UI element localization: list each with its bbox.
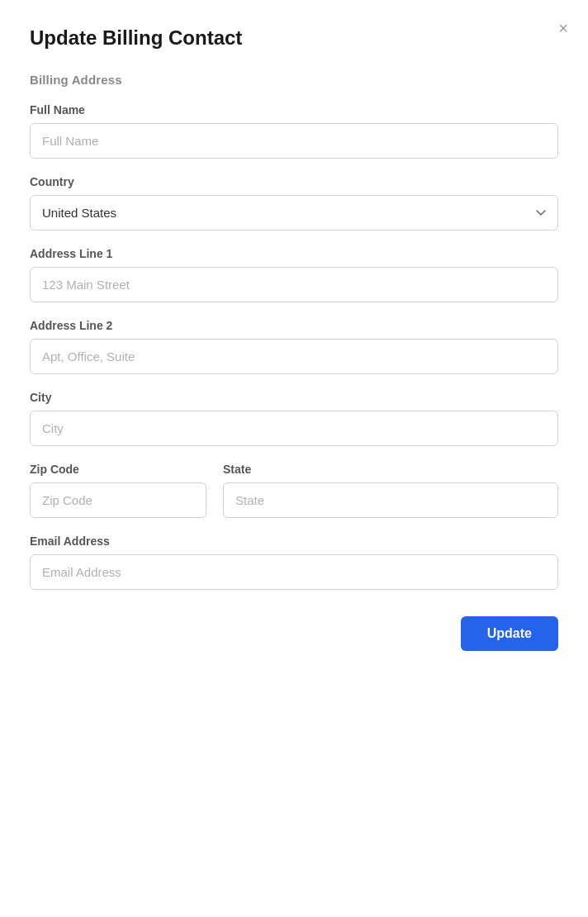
zip-state-row: Zip Code State [30,463,558,535]
email-label: Email Address [30,535,558,548]
city-group: City [30,391,558,446]
country-group: Country United States Canada United King… [30,175,558,230]
full-name-input[interactable] [30,123,558,159]
zip-code-input[interactable] [30,482,206,518]
country-label: Country [30,175,558,188]
full-name-group: Full Name [30,103,558,159]
address-line-2-input[interactable] [30,339,558,374]
state-group: State [223,463,558,518]
update-billing-modal: × Update Billing Contact Billing Address… [0,0,588,917]
section-title: Billing Address [30,73,558,87]
state-input[interactable] [223,482,558,518]
address-line-2-label: Address Line 2 [30,319,558,332]
address-line-1-input[interactable] [30,267,558,302]
city-input[interactable] [30,411,558,446]
modal-title: Update Billing Contact [30,26,558,50]
email-input[interactable] [30,554,558,590]
address-line-1-label: Address Line 1 [30,247,558,260]
address-line-1-group: Address Line 1 [30,247,558,302]
zip-code-label: Zip Code [30,463,206,476]
zip-code-group: Zip Code [30,463,206,518]
update-button[interactable]: Update [461,616,558,651]
full-name-label: Full Name [30,103,558,116]
address-line-2-group: Address Line 2 [30,319,558,374]
city-label: City [30,391,558,404]
state-label: State [223,463,558,476]
country-select[interactable]: United States Canada United Kingdom Aust… [30,195,558,230]
close-button[interactable]: × [555,17,571,40]
email-group: Email Address [30,535,558,590]
close-icon: × [558,19,568,37]
